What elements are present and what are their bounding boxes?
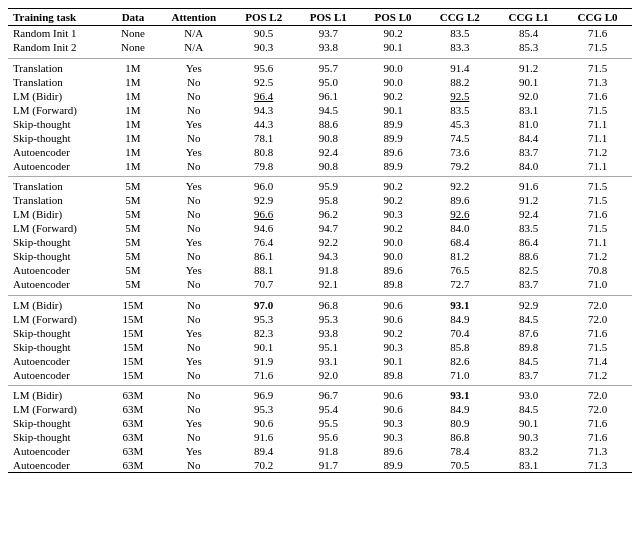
- table-cell: 71.6: [563, 430, 632, 444]
- table-cell: 90.2: [361, 221, 426, 235]
- table-cell: 93.1: [296, 354, 361, 368]
- col-header-pos-l1: POS L1: [296, 9, 361, 26]
- table-cell: 90.1: [494, 416, 563, 430]
- table-row: Translation5MNo92.995.890.289.691.271.5: [8, 193, 632, 207]
- table-cell: 71.0: [563, 277, 632, 291]
- table-cell: 84.0: [425, 221, 494, 235]
- table-cell: 90.6: [231, 416, 296, 430]
- table-cell: 71.5: [563, 58, 632, 75]
- table-cell: 1M: [110, 145, 157, 159]
- table-cell: 71.6: [563, 89, 632, 103]
- table-cell: 63M: [110, 416, 157, 430]
- table-cell: 88.6: [494, 249, 563, 263]
- table-cell: 90.3: [231, 40, 296, 54]
- table-cell: Yes: [156, 354, 231, 368]
- table-cell: 70.4: [425, 326, 494, 340]
- table-cell: 92.1: [296, 277, 361, 291]
- table-cell: 71.1: [563, 159, 632, 173]
- table-cell: 74.5: [425, 131, 494, 145]
- table-cell: 89.6: [361, 263, 426, 277]
- table-cell: 71.5: [563, 340, 632, 354]
- table-cell: 90.8: [296, 159, 361, 173]
- col-header-ccg-l2: CCG L2: [425, 9, 494, 26]
- table-cell: No: [156, 75, 231, 89]
- table-cell: 94.5: [296, 103, 361, 117]
- table-cell: 71.2: [563, 145, 632, 159]
- table-cell: 90.6: [361, 402, 426, 416]
- table-cell: No: [156, 340, 231, 354]
- table-cell: 91.2: [494, 193, 563, 207]
- table-cell: Autoencoder: [8, 263, 110, 277]
- table-row: Autoencoder5MYes88.191.889.676.582.570.8: [8, 263, 632, 277]
- table-cell: 71.2: [563, 368, 632, 382]
- table-cell: 92.5: [231, 75, 296, 89]
- table-cell: No: [156, 312, 231, 326]
- table-cell: 93.7: [296, 26, 361, 41]
- table-cell: 95.4: [296, 402, 361, 416]
- table-cell: 5M: [110, 277, 157, 291]
- table-cell: 83.1: [494, 458, 563, 473]
- table-cell: Skip-thought: [8, 326, 110, 340]
- table-cell: 95.5: [296, 416, 361, 430]
- table-cell: 84.9: [425, 402, 494, 416]
- table-cell: 73.6: [425, 145, 494, 159]
- table-cell: 92.6: [425, 207, 494, 221]
- table-cell: 92.2: [425, 177, 494, 194]
- table-cell: 96.0: [231, 177, 296, 194]
- table-cell: Autoencoder: [8, 458, 110, 473]
- table-cell: 5M: [110, 193, 157, 207]
- table-cell: 89.8: [361, 368, 426, 382]
- table-cell: 71.6: [563, 326, 632, 340]
- table-row: Autoencoder15MYes91.993.190.182.684.571.…: [8, 354, 632, 368]
- table-cell: 90.2: [361, 89, 426, 103]
- table-row: LM (Bidir)63MNo96.996.790.693.193.072.0: [8, 386, 632, 403]
- table-cell: 71.5: [563, 193, 632, 207]
- table-cell: 15M: [110, 340, 157, 354]
- table-cell: 90.1: [361, 40, 426, 54]
- table-cell: 15M: [110, 295, 157, 312]
- table-cell: 90.0: [361, 249, 426, 263]
- table-cell: 90.5: [231, 26, 296, 41]
- table-cell: Skip-thought: [8, 340, 110, 354]
- table-cell: 79.8: [231, 159, 296, 173]
- table-cell: 88.2: [425, 75, 494, 89]
- table-cell: 84.5: [494, 354, 563, 368]
- table-row: Autoencoder63MNo70.291.789.970.583.171.3: [8, 458, 632, 473]
- table-cell: 96.8: [296, 295, 361, 312]
- table-cell: No: [156, 103, 231, 117]
- col-header-ccg-l0: CCG L0: [563, 9, 632, 26]
- table-cell: 89.6: [361, 145, 426, 159]
- table-cell: 83.5: [425, 26, 494, 41]
- table-cell: 90.2: [361, 193, 426, 207]
- table-cell: Skip-thought: [8, 249, 110, 263]
- table-cell: 71.2: [563, 249, 632, 263]
- col-header-task: Training task: [8, 9, 110, 26]
- col-header-pos-l0: POS L0: [361, 9, 426, 26]
- table-cell: No: [156, 221, 231, 235]
- table-cell: No: [156, 295, 231, 312]
- table-cell: 92.9: [494, 295, 563, 312]
- table-cell: Yes: [156, 177, 231, 194]
- table-cell: 71.1: [563, 131, 632, 145]
- table-row: Skip-thought63MYes90.695.590.380.990.171…: [8, 416, 632, 430]
- table-cell: 83.5: [425, 103, 494, 117]
- table-cell: 72.0: [563, 295, 632, 312]
- table-cell: 90.2: [361, 326, 426, 340]
- table-cell: No: [156, 89, 231, 103]
- table-cell: 71.3: [563, 75, 632, 89]
- table-cell: 91.8: [296, 263, 361, 277]
- table-cell: 63M: [110, 444, 157, 458]
- table-cell: Yes: [156, 58, 231, 75]
- table-cell: 85.4: [494, 26, 563, 41]
- table-cell: 89.6: [361, 444, 426, 458]
- table-cell: 90.6: [361, 295, 426, 312]
- table-cell: No: [156, 131, 231, 145]
- table-row: Translation1MYes95.695.790.091.491.271.5: [8, 58, 632, 75]
- table-cell: LM (Forward): [8, 312, 110, 326]
- table-cell: 83.7: [494, 277, 563, 291]
- table-cell: 72.0: [563, 312, 632, 326]
- table-cell: 84.0: [494, 159, 563, 173]
- table-row: Autoencoder5MNo70.792.189.872.783.771.0: [8, 277, 632, 291]
- table-cell: 89.9: [361, 458, 426, 473]
- table-cell: No: [156, 402, 231, 416]
